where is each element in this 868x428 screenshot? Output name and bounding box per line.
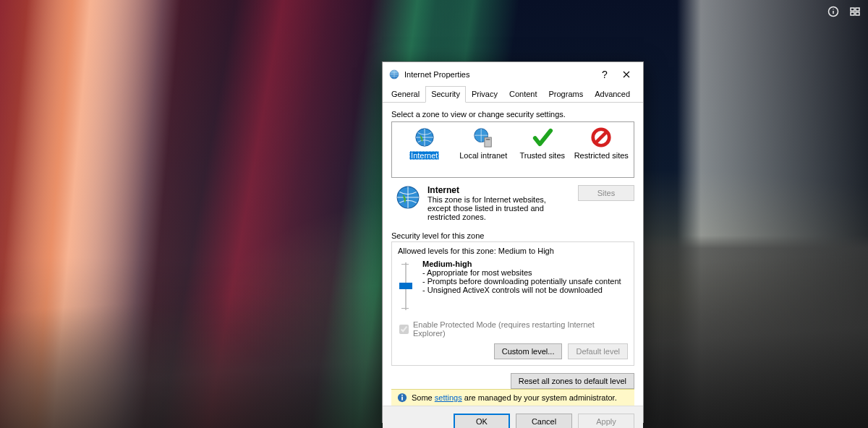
zone-internet[interactable]: Internet	[395, 127, 454, 174]
forbid-icon	[590, 127, 612, 148]
zone-label: Trusted sites	[519, 151, 565, 160]
svg-point-2	[833, 9, 833, 9]
svg-line-13	[595, 132, 608, 144]
default-level-button: Default level	[568, 343, 628, 359]
globe-server-icon	[472, 127, 494, 148]
svg-rect-11	[486, 139, 490, 140]
tab-panel-security: Select a zone to view or change security…	[383, 103, 643, 406]
zone-description: This zone is for Internet websites, exce…	[427, 195, 546, 221]
apply-button: Apply	[578, 414, 634, 428]
zone-restricted-sites[interactable]: Restricted sites	[572, 127, 631, 174]
admin-info-strip: Some settings are managed by your system…	[391, 389, 634, 406]
security-level-header: Security level for this zone	[391, 231, 634, 240]
level-bullet: - Appropriate for most websites	[422, 268, 532, 277]
close-button[interactable]	[616, 67, 637, 82]
globe-icon	[414, 127, 435, 148]
security-level-box: Allowed levels for this zone: Medium to …	[391, 241, 634, 366]
level-bullet: - Unsigned ActiveX controls will not be …	[422, 286, 603, 294]
svg-rect-16	[401, 397, 403, 401]
cancel-button[interactable]: Cancel	[516, 414, 572, 428]
svg-rect-4	[856, 8, 859, 11]
help-button[interactable]: ?	[594, 67, 616, 82]
internet-options-icon	[388, 69, 400, 80]
tab-programs[interactable]: Programs	[542, 86, 589, 103]
select-zone-label: Select a zone to view or change security…	[391, 110, 634, 119]
globe-icon	[396, 185, 420, 210]
info-tray-icon[interactable]	[827, 6, 839, 19]
svg-rect-6	[856, 12, 859, 15]
windows-tray-icon[interactable]	[849, 6, 861, 19]
protected-mode-row: Enable Protected Mode (requires restarti…	[398, 320, 628, 338]
ok-button[interactable]: OK	[454, 414, 510, 428]
zone-trusted-sites[interactable]: Trusted sites	[513, 127, 572, 174]
settings-link[interactable]: settings	[435, 393, 462, 402]
system-tray	[827, 6, 861, 19]
tab-advanced[interactable]: Advanced	[589, 86, 636, 103]
level-bullet: - Prompts before downloading potentially…	[422, 277, 621, 286]
allowed-levels-label: Allowed levels for this zone: Medium to …	[398, 247, 628, 255]
dialog-title: Internet Properties	[404, 70, 470, 79]
level-name: Medium-high	[422, 260, 472, 268]
reset-all-zones-button[interactable]: Reset all zones to default level	[511, 373, 634, 389]
internet-properties-dialog: Internet Properties ? General Security P…	[382, 61, 644, 423]
protected-mode-label: Enable Protected Mode (requires restarti…	[413, 320, 628, 338]
dialog-button-row: OK Cancel Apply	[383, 406, 643, 428]
sites-button: Sites	[578, 185, 634, 201]
admin-info-text: Some settings are managed by your system…	[412, 393, 617, 402]
protected-mode-checkbox	[399, 325, 409, 334]
check-icon	[532, 127, 553, 148]
info-icon	[397, 393, 407, 403]
tab-strip: General Security Privacy Content Program…	[383, 85, 643, 103]
zone-name-heading: Internet	[427, 185, 459, 195]
title-bar[interactable]: Internet Properties ?	[383, 62, 643, 85]
slider-thumb[interactable]	[399, 283, 412, 289]
tab-general[interactable]: General	[386, 86, 425, 103]
security-level-slider[interactable]	[398, 260, 414, 313]
svg-point-17	[401, 395, 403, 396]
zone-label: Local intranet	[459, 151, 507, 160]
custom-level-button[interactable]: Custom level...	[494, 343, 563, 359]
tab-security[interactable]: Security	[425, 86, 466, 103]
svg-rect-5	[851, 12, 854, 15]
svg-rect-3	[851, 8, 854, 11]
zone-list[interactable]: Internet Local intranet Trusted sites	[391, 121, 634, 178]
zone-label: Restricted sites	[574, 151, 629, 160]
zone-local-intranet[interactable]: Local intranet	[454, 127, 514, 174]
zone-label: Internet	[409, 151, 439, 160]
tab-privacy[interactable]: Privacy	[466, 86, 503, 103]
tab-content[interactable]: Content	[503, 86, 543, 103]
